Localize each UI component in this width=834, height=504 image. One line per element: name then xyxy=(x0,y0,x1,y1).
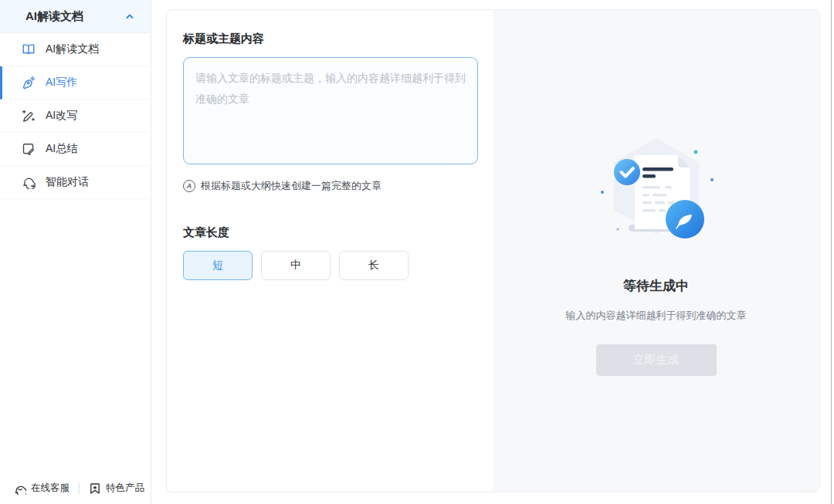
content-card: 标题或主题内容 A 根据标题或大纲快速创建一篇完整的文章 文章长度 短 中 长 xyxy=(166,9,820,492)
hint-text: 根据标题或大纲快速创建一篇完整的文章 xyxy=(201,179,381,193)
footer-divider xyxy=(79,483,80,494)
length-option-medium[interactable]: 中 xyxy=(261,251,331,280)
sidebar-item-label: AI写作 xyxy=(46,76,77,90)
sidebar-item-label: 智能对话 xyxy=(46,175,89,189)
topic-label: 标题或主题内容 xyxy=(183,32,478,46)
sidebar-item-ai-rewrite[interactable]: AI改写 xyxy=(0,100,151,133)
sidebar: AI解读文档 AI解读文档 xyxy=(0,0,151,504)
featured-products-label: 特色产品 xyxy=(106,482,144,495)
sidebar-item-label: AI解读文档 xyxy=(46,42,99,56)
preview-pane: 等待生成中 输入的内容越详细越利于得到准确的文章 立即生成 xyxy=(493,10,819,492)
length-options: 短 中 长 xyxy=(183,251,478,280)
smiley-chat-icon xyxy=(14,482,26,495)
sidebar-nav: AI解读文档 AI写作 xyxy=(0,33,151,199)
sidebar-item-label: AI总结 xyxy=(46,142,77,156)
online-support-link[interactable]: 在线客服 xyxy=(14,482,70,495)
sidebar-item-ai-summary[interactable]: AI总结 xyxy=(0,133,151,166)
status-title: 等待生成中 xyxy=(623,277,689,295)
badge-star-icon xyxy=(89,482,101,495)
window-edge-line xyxy=(831,0,832,504)
chat-bubbles-icon xyxy=(22,175,36,189)
form-pane: 标题或主题内容 A 根据标题或大纲快速创建一篇完整的文章 文章长度 短 中 长 xyxy=(167,10,493,492)
sidebar-item-label: AI改写 xyxy=(46,109,77,123)
document-check-quill-illustration xyxy=(595,132,718,252)
main-area: 标题或主题内容 A 根据标题或大纲快速创建一篇完整的文章 文章长度 短 中 长 xyxy=(151,0,834,504)
length-label: 文章长度 xyxy=(183,225,478,240)
generate-button[interactable]: 立即生成 xyxy=(596,344,717,376)
pen-sparkle-icon xyxy=(22,109,36,123)
length-option-short[interactable]: 短 xyxy=(183,251,253,280)
app-window: AI解读文档 AI解读文档 xyxy=(0,0,834,504)
topic-input[interactable] xyxy=(183,57,478,164)
sidebar-item-smart-chat[interactable]: 智能对话 xyxy=(0,166,151,199)
book-open-icon xyxy=(22,42,36,56)
doc-summary-icon xyxy=(22,142,36,156)
sidebar-group-header[interactable]: AI解读文档 xyxy=(0,0,151,33)
sidebar-item-ai-writing[interactable]: AI写作 xyxy=(0,66,151,100)
length-option-long[interactable]: 长 xyxy=(339,251,409,280)
status-subtitle: 输入的内容越详细越利于得到准确的文章 xyxy=(566,309,747,323)
hint-row: A 根据标题或大纲快速创建一篇完整的文章 xyxy=(183,179,478,193)
sidebar-group-title: AI解读文档 xyxy=(25,9,124,24)
sidebar-footer: 在线客服 特色产品 xyxy=(14,482,144,495)
chevron-up-icon[interactable] xyxy=(124,11,135,22)
pen-nib-icon xyxy=(22,76,36,90)
circled-a-icon: A xyxy=(183,180,195,192)
featured-products-link[interactable]: 特色产品 xyxy=(89,482,144,495)
sidebar-item-ai-read-doc[interactable]: AI解读文档 xyxy=(0,33,151,66)
online-support-label: 在线客服 xyxy=(31,482,70,495)
